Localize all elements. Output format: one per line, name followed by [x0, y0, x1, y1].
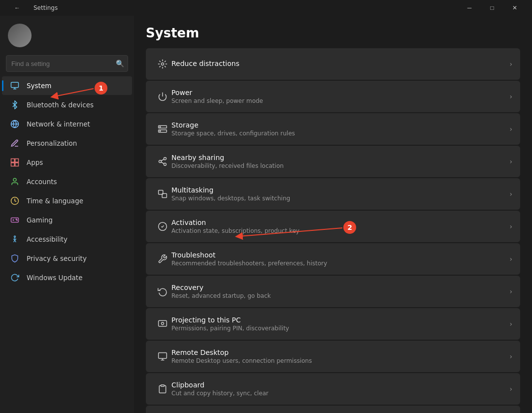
reduce-distractions-chevron: › — [509, 60, 512, 68]
sidebar-item-gaming[interactable]: Gaming — [2, 211, 132, 229]
settings-item-recovery[interactable]: Recovery Reset, advanced startup, go bac… — [146, 276, 520, 307]
titlebar-left: ← Settings — [6, 0, 58, 16]
sidebar-item-label: Apps — [27, 159, 43, 166]
svg-rect-35 — [161, 385, 165, 386]
search-input[interactable] — [6, 55, 128, 72]
sidebar-item-label: System — [27, 82, 51, 90]
svg-point-14 — [17, 220, 18, 221]
storage-chevron: › — [509, 125, 512, 133]
maximize-button[interactable]: □ — [481, 0, 503, 16]
sidebar-item-label: Bluetooth & devices — [27, 101, 94, 109]
sidebar-item-label: Accounts — [27, 178, 57, 186]
multitasking-icon — [154, 189, 171, 199]
sidebar-item-bluetooth[interactable]: Bluetooth & devices — [2, 95, 132, 114]
sidebar-item-privacy[interactable]: Privacy & security — [2, 249, 132, 268]
back-button[interactable]: ← — [6, 0, 29, 16]
settings-item-activation[interactable]: Activation Activation state, subscriptio… — [146, 211, 520, 242]
apps-nav-icon — [10, 158, 20, 167]
settings-item-power[interactable]: Power Screen and sleep, power mode › — [146, 81, 520, 112]
svg-line-25 — [161, 162, 164, 163]
reduce-distractions-title: Reduce distractions — [171, 60, 503, 67]
settings-item-multitasking[interactable]: Multitasking Snap windows, desktops, tas… — [146, 178, 520, 210]
power-text: Power Screen and sleep, power mode — [171, 89, 503, 104]
svg-point-16 — [162, 63, 164, 65]
svg-point-23 — [159, 160, 162, 163]
nearby-sharing-title: Nearby sharing — [171, 154, 503, 161]
sidebar-item-accessibility[interactable]: Accessibility — [2, 230, 132, 249]
close-button[interactable]: ✕ — [503, 0, 526, 16]
settings-item-clipboard[interactable]: Clipboard Cut and copy history, sync, cl… — [146, 373, 520, 405]
minimize-button[interactable]: ─ — [458, 0, 481, 16]
power-icon — [154, 92, 171, 101]
svg-point-31 — [162, 322, 164, 325]
projecting-subtitle: Permissions, pairing PIN, discoverabilit… — [171, 325, 503, 332]
settings-item-remote-desktop[interactable]: Remote Desktop Remote Desktop users, con… — [146, 341, 520, 372]
update-nav-icon — [10, 273, 20, 283]
sidebar-item-label: Personalization — [27, 139, 77, 147]
multitasking-title: Multitasking — [171, 186, 503, 194]
remote-desktop-text: Remote Desktop Remote Desktop users, con… — [171, 349, 503, 364]
content-area[interactable]: System Reduce distractions › Power Scree… — [134, 16, 532, 413]
clipboard-subtitle: Cut and copy history, sync, clear — [171, 390, 503, 397]
page-title: System — [146, 26, 520, 40]
privacy-nav-icon — [10, 254, 20, 263]
remote-desktop-title: Remote Desktop — [171, 349, 503, 356]
svg-rect-4 — [11, 159, 15, 162]
svg-point-22 — [164, 158, 166, 160]
clipboard-title: Clipboard — [171, 381, 503, 389]
sidebar-item-label: Privacy & security — [27, 254, 87, 262]
sidebar-item-update[interactable]: Windows Update — [2, 268, 132, 287]
settings-item-storage[interactable]: Storage Storage space, drives, configura… — [146, 113, 520, 145]
projecting-title: Projecting to this PC — [171, 316, 503, 324]
power-subtitle: Screen and sleep, power mode — [171, 97, 503, 104]
avatar — [8, 24, 32, 47]
storage-subtitle: Storage space, drives, configuration rul… — [171, 130, 503, 137]
remote-desktop-subtitle: Remote Desktop users, connection permiss… — [171, 357, 503, 364]
gaming-nav-icon — [10, 215, 20, 225]
clipboard-chevron: › — [509, 385, 512, 393]
reduce-distractions-text: Reduce distractions — [171, 60, 503, 68]
svg-point-24 — [164, 163, 166, 165]
clipboard-icon — [154, 384, 171, 394]
settings-item-about[interactable]: About Device specifications, rename PC, … — [146, 406, 520, 413]
sidebar-item-label: Gaming — [27, 216, 53, 224]
svg-point-21 — [160, 130, 161, 131]
storage-text: Storage Storage space, drives, configura… — [171, 121, 503, 137]
personalization-nav-icon — [10, 138, 20, 148]
activation-title: Activation — [171, 219, 503, 226]
sidebar-item-time[interactable]: Time & language — [2, 191, 132, 210]
svg-rect-30 — [159, 320, 167, 326]
sidebar-item-label: Time & language — [27, 197, 83, 205]
sidebar-item-system[interactable]: System — [2, 76, 132, 95]
svg-rect-32 — [159, 353, 167, 359]
recovery-text: Recovery Reset, advanced startup, go bac… — [171, 284, 503, 299]
recovery-icon — [154, 286, 171, 296]
settings-item-reduce-distractions[interactable]: Reduce distractions › — [146, 48, 520, 80]
settings-item-nearby-sharing[interactable]: Nearby sharing Discoverability, received… — [146, 146, 520, 177]
reduce-distractions-icon — [154, 59, 171, 69]
sidebar-item-network[interactable]: Network & internet — [2, 115, 132, 133]
settings-list: Reduce distractions › Power Screen and s… — [146, 48, 520, 413]
projecting-chevron: › — [509, 320, 512, 328]
accounts-nav-icon — [10, 177, 20, 187]
network-nav-icon — [10, 119, 20, 129]
time-nav-icon — [10, 196, 20, 206]
sidebar-item-personalization[interactable]: Personalization — [2, 134, 132, 153]
settings-item-projecting[interactable]: Projecting to this PC Permissions, pairi… — [146, 308, 520, 340]
power-title: Power — [171, 89, 503, 96]
sidebar-item-apps[interactable]: Apps — [2, 153, 132, 172]
recovery-subtitle: Reset, advanced startup, go back — [171, 292, 503, 299]
user-section — [0, 16, 134, 53]
multitasking-subtitle: Snap windows, desktops, task switching — [171, 195, 503, 202]
svg-rect-6 — [11, 163, 15, 166]
nav-list: System Bluetooth & devices Network & int… — [0, 76, 134, 287]
troubleshoot-subtitle: Recommended troubleshooters, preferences… — [171, 260, 503, 267]
settings-item-troubleshoot[interactable]: Troubleshoot Recommended troubleshooters… — [146, 243, 520, 275]
nearby-sharing-text: Nearby sharing Discoverability, received… — [171, 154, 503, 169]
app-title: Settings — [33, 4, 58, 11]
window-controls: ─ □ ✕ — [458, 0, 526, 16]
sidebar-item-accounts[interactable]: Accounts — [2, 172, 132, 191]
storage-icon — [154, 124, 171, 134]
multitasking-text: Multitasking Snap windows, desktops, tas… — [171, 186, 503, 202]
sidebar-item-label: Network & internet — [27, 120, 90, 128]
